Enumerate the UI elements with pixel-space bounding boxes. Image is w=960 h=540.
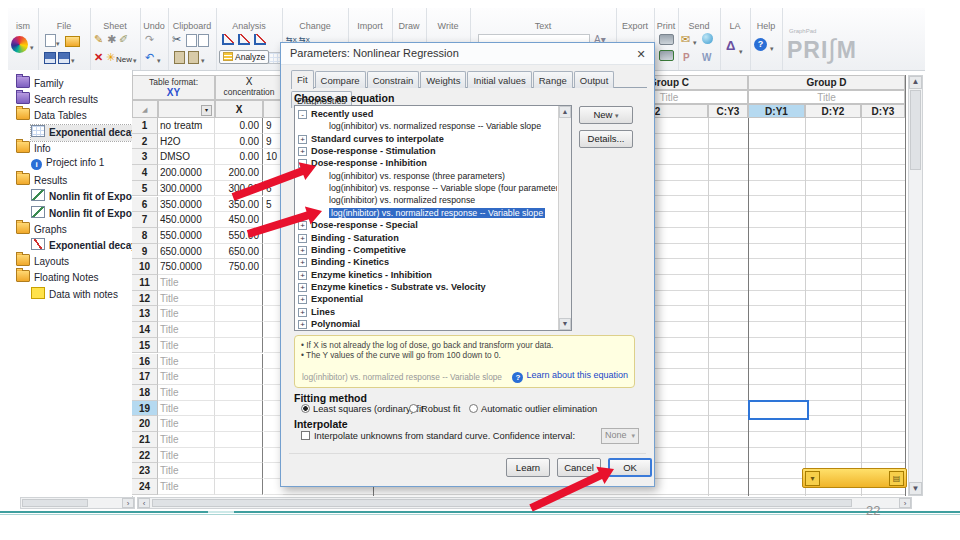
highlight-icon[interactable]: ✐ [119,34,128,45]
row-title-cell[interactable]: 650.0000 [158,244,215,260]
equation-category[interactable]: +Binding - Competitive [295,244,557,256]
x-value-cell[interactable] [215,306,263,322]
expand-icon[interactable]: + [298,221,307,230]
sidebar-item-layouts[interactable]: Layouts [16,254,132,270]
tab-compare[interactable]: Compare [315,71,366,88]
sidebar-item-nonlin-fit-of-exponentia[interactable]: Nonlin fit of Exponentia [31,206,132,222]
note-collapse-icon[interactable]: ▾ [805,471,820,486]
row-title-cell[interactable]: 300.0000 [158,181,215,197]
x-value-cell[interactable] [215,479,263,495]
row-title-cell[interactable]: Title [158,432,215,448]
analyze-button[interactable]: Analyze [219,50,269,64]
equation-category[interactable]: +Binding - Saturation [295,232,557,244]
equation-item[interactable]: log(inhibitor) vs. normalized response -… [295,207,557,219]
row-title-header[interactable]: ▾ [158,100,215,118]
floating-note-bar[interactable]: ▾ ▤ [802,468,907,488]
row-number-cell[interactable]: 24 [132,479,158,495]
collapse-icon[interactable]: - [298,110,307,119]
save-all-icon[interactable] [58,52,70,64]
row-title-cell[interactable]: Title [158,448,215,464]
cut-icon[interactable]: ✂ [172,34,181,45]
scroll-down-icon[interactable]: ▼ [559,318,571,330]
row-number-cell[interactable]: 9 [132,244,158,260]
expand-icon[interactable]: + [298,234,307,243]
equation-item[interactable]: log(inhibitor) vs. normalized response [295,194,557,206]
sidebar-item-data-tables[interactable]: Data Tables [16,108,132,124]
scroll-up-icon[interactable]: ▲ [559,106,571,118]
row-title-cell[interactable]: 200.0000 [158,165,215,181]
sidebar-item-project-info-1[interactable]: iProject info 1 [31,157,132,173]
chevron-down-icon[interactable]: ▾ [739,46,743,57]
print-icon[interactable] [659,34,674,45]
x-value-cell[interactable] [215,432,263,448]
equation-category[interactable]: +Enzyme kinetics - Substrate vs. Velocit… [295,281,557,293]
chevron-down-icon[interactable]: ▾ [133,55,137,66]
print-preview-icon[interactable] [659,50,674,61]
x-value-cell[interactable] [215,416,263,432]
row-number-cell[interactable]: 7 [132,212,158,228]
equation-category[interactable]: +Exponential [295,293,557,305]
redo-icon[interactable]: ↷ [145,34,154,45]
row-title-cell[interactable]: 450.0000 [158,212,215,228]
row-number-cell[interactable]: 22 [132,448,158,464]
chevron-down-icon[interactable]: ▾ [56,38,60,49]
row-title-cell[interactable]: 550.0000 [158,228,215,244]
equation-category[interactable]: +Enzyme kinetics - Inhibition [295,269,557,281]
row-title-cell[interactable]: Title [158,416,215,432]
x-value-cell[interactable]: 0.00 [215,118,263,134]
row-number-cell[interactable]: 15 [132,338,158,354]
copy-special-icon[interactable] [198,34,209,47]
row-number-cell[interactable]: 20 [132,416,158,432]
new-equation-button[interactable]: New ▾ [579,106,633,124]
row-number-cell[interactable]: 5 [132,181,158,197]
row-title-cell[interactable]: Title [158,275,215,291]
close-icon[interactable]: ✕ [633,46,649,62]
row-title-cell[interactable]: Title [158,322,215,338]
scroll-thumb[interactable] [152,499,852,507]
row-number-cell[interactable]: 23 [132,463,158,479]
email-icon[interactable]: ✉ [681,34,690,45]
tab-constrain[interactable]: Constrain [367,71,420,88]
paste-icon[interactable] [174,51,185,64]
x-value-cell[interactable]: 650.00 [215,244,263,260]
copy-icon[interactable] [186,34,197,47]
row-title-cell[interactable]: Title [158,385,215,401]
tab-output[interactable]: Output [574,71,615,88]
vertical-scroll-thumb[interactable] [910,90,921,170]
row-number-cell[interactable]: 1 [132,118,158,134]
chevron-down-icon[interactable]: ▾ [693,37,697,48]
row-title-cell[interactable]: Title [158,291,215,307]
column-header-dy2[interactable]: D:Y2 [805,104,861,118]
sidebar-horizontal-scrollbar[interactable]: › [20,497,135,509]
tab-initial-values[interactable]: Initial values [467,71,531,88]
chevron-down-icon[interactable]: ▾ [201,55,205,66]
x-value-cell[interactable] [215,385,263,401]
open-file-icon[interactable] [65,36,80,47]
row-title-cell[interactable]: 750.0000 [158,259,215,275]
scroll-thumb[interactable] [22,499,88,507]
chevron-down-icon[interactable]: ▾ [157,55,161,66]
dropdown-icon[interactable]: ▾ [201,105,212,116]
row-title-cell[interactable]: Title [158,338,215,354]
row-number-cell[interactable]: 11 [132,275,158,291]
analysis-chart-icon[interactable] [238,34,250,45]
sidebar-item-results[interactable]: Results [16,173,132,189]
equation-category[interactable]: +Standard curves to interpolate [295,133,557,145]
expand-icon[interactable]: + [298,258,307,267]
chevron-down-icon[interactable]: ▾ [770,43,774,54]
expand-icon[interactable]: + [298,271,307,280]
x-value-cell[interactable]: 750.00 [215,259,263,275]
equation-category[interactable]: +Dose-response - Stimulation [295,145,557,157]
row-number-cell[interactable]: 3 [132,149,158,165]
row-title-cell[interactable]: Title [158,369,215,385]
x-value-cell[interactable] [215,354,263,370]
help-icon[interactable]: ? [754,38,767,51]
expand-icon[interactable]: + [298,295,307,304]
x-value-cell[interactable] [215,369,263,385]
row-number-cell[interactable]: 4 [132,165,158,181]
collapse-icon[interactable]: - [298,159,307,168]
scroll-left-icon[interactable]: ‹ [138,498,150,508]
scroll-right-icon[interactable]: › [122,498,134,508]
details-button[interactable]: Details... [579,130,633,148]
x-value-cell[interactable] [215,322,263,338]
